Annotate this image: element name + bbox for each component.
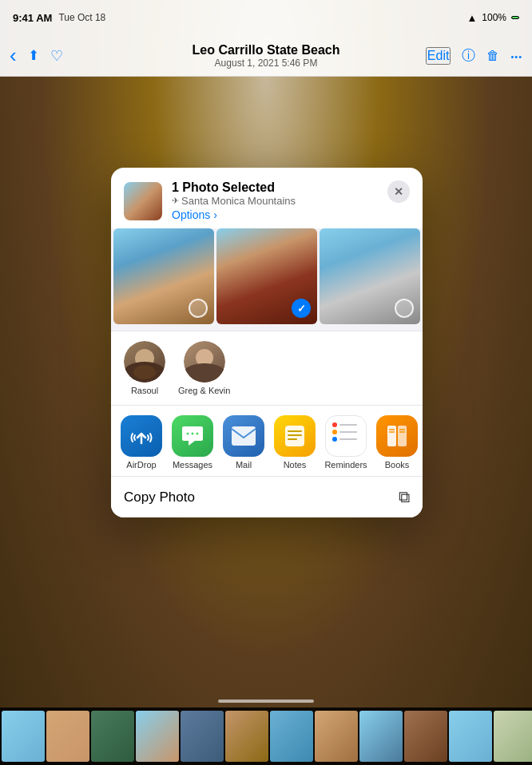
battery-icon (511, 16, 519, 19)
share-sheet-header: 1 Photo Selected ✈ Santa Monica Mountain… (111, 168, 423, 228)
location-icon: ✈ (172, 196, 179, 206)
filmstrip-thumb[interactable] (315, 711, 358, 762)
reminders-icon (325, 415, 367, 457)
photo-select-circle-3 (395, 299, 414, 318)
apps-row: AirDrop Messages Mail (111, 405, 423, 476)
info-icon: ⓘ (462, 48, 475, 63)
filmstrip-thumb[interactable] (91, 711, 134, 762)
contact-name-greg: Greg & Kevin (178, 386, 230, 395)
status-time: 9:41 AM (13, 12, 52, 24)
battery-percentage: 100% (482, 12, 506, 23)
share-photo-count: 1 Photo Selected (172, 180, 410, 195)
delete-button[interactable]: 🗑 (486, 49, 499, 63)
nav-subtitle: August 1, 2021 5:46 PM (193, 57, 340, 69)
photo-selection-row: ✓ (111, 228, 423, 331)
mail-icon (223, 415, 264, 457)
filmstrip-thumb[interactable] (181, 711, 224, 762)
nav-center: Leo Carrillo State Beach August 1, 2021 … (193, 43, 340, 69)
wifi-icon: ▲ (466, 12, 477, 24)
more-button[interactable]: ••• (510, 49, 522, 63)
svg-rect-3 (232, 426, 256, 446)
share-location: ✈ Santa Monica Mountains (172, 195, 410, 207)
app-label-books: Books (385, 460, 410, 470)
share-info: 1 Photo Selected ✈ Santa Monica Mountain… (172, 180, 410, 222)
chevron-back-icon (10, 51, 17, 65)
options-button[interactable]: Options › (172, 208, 217, 221)
filmstrip-thumb[interactable] (46, 711, 89, 762)
upload-icon: ⬆ (28, 48, 39, 63)
share-button[interactable]: ⬆ (28, 47, 39, 64)
home-indicator (218, 700, 314, 703)
filmstrip-thumb[interactable] (449, 711, 492, 762)
filmstrip-thumb[interactable] (270, 711, 313, 762)
back-button[interactable] (10, 43, 17, 68)
photo-select-circle-2: ✓ (292, 299, 311, 318)
contact-item-greg[interactable]: Greg & Kevin (178, 341, 230, 395)
svg-rect-9 (398, 426, 407, 446)
share-close-button[interactable]: ✕ (387, 180, 410, 203)
photo-select-circle-1 (189, 299, 208, 318)
filmstrip-thumb[interactable] (494, 711, 532, 762)
svg-point-2 (197, 433, 199, 435)
photo-thumb-2[interactable]: ✓ (216, 228, 317, 324)
trash-icon: 🗑 (486, 49, 499, 62)
check-icon: ✓ (297, 303, 306, 315)
copy-photo-button[interactable]: Copy Photo ⧉ (111, 476, 423, 517)
contact-item-rasoul[interactable]: Rasoul (124, 341, 165, 395)
app-item-notes[interactable]: Notes (271, 415, 319, 470)
contacts-row: Rasoul Greg & Kevin (111, 331, 423, 405)
notes-icon (274, 415, 316, 457)
filmstrip-thumb[interactable] (225, 711, 268, 762)
nav-bar: ⬆ ♡ Leo Carrillo State Beach August 1, 2… (0, 35, 532, 77)
filmstrip-thumb[interactable] (2, 711, 45, 762)
favorite-button[interactable]: ♡ (50, 47, 63, 65)
info-button[interactable]: ⓘ (462, 46, 475, 65)
heart-icon: ♡ (50, 48, 63, 64)
svg-point-1 (192, 433, 194, 435)
filmstrip-thumb[interactable] (359, 711, 403, 762)
messages-icon (172, 415, 213, 457)
status-bar: 9:41 AM Tue Oct 18 ▲ 100% (0, 0, 532, 35)
app-item-mail[interactable]: Mail (220, 415, 268, 470)
app-item-reminders[interactable]: Reminders (322, 415, 370, 470)
contact-name-rasoul: Rasoul (131, 386, 158, 395)
filmstrip (0, 708, 532, 765)
share-thumbnail (124, 182, 162, 220)
app-label-mail: Mail (236, 460, 252, 470)
copy-icon: ⧉ (399, 488, 410, 506)
ellipsis-icon: ••• (510, 52, 522, 61)
edit-button[interactable]: Edit (426, 47, 451, 65)
books-icon (376, 415, 418, 457)
app-item-airdrop[interactable]: AirDrop (117, 415, 165, 470)
contact-avatar-greg (184, 341, 225, 382)
share-sheet: 1 Photo Selected ✈ Santa Monica Mountain… (111, 168, 423, 517)
app-label-reminders: Reminders (324, 460, 367, 470)
app-item-books[interactable]: Books (373, 415, 421, 470)
app-item-messages[interactable]: Messages (169, 415, 216, 470)
contact-avatar-rasoul (124, 341, 165, 382)
app-label-notes: Notes (284, 460, 307, 470)
filmstrip-thumb[interactable] (404, 711, 447, 762)
app-label-messages: Messages (173, 460, 212, 470)
svg-point-0 (187, 433, 189, 435)
copy-photo-label: Copy Photo (124, 490, 195, 505)
nav-title: Leo Carrillo State Beach (193, 43, 340, 57)
filmstrip-thumb[interactable] (136, 711, 179, 762)
airdrop-icon (121, 415, 162, 457)
status-date: Tue Oct 18 (58, 12, 105, 23)
svg-rect-8 (387, 426, 396, 446)
photo-thumb-1[interactable] (113, 228, 214, 324)
app-label-airdrop: AirDrop (126, 460, 156, 470)
options-chevron-icon: › (213, 208, 217, 221)
photo-thumb-3[interactable] (320, 228, 420, 324)
